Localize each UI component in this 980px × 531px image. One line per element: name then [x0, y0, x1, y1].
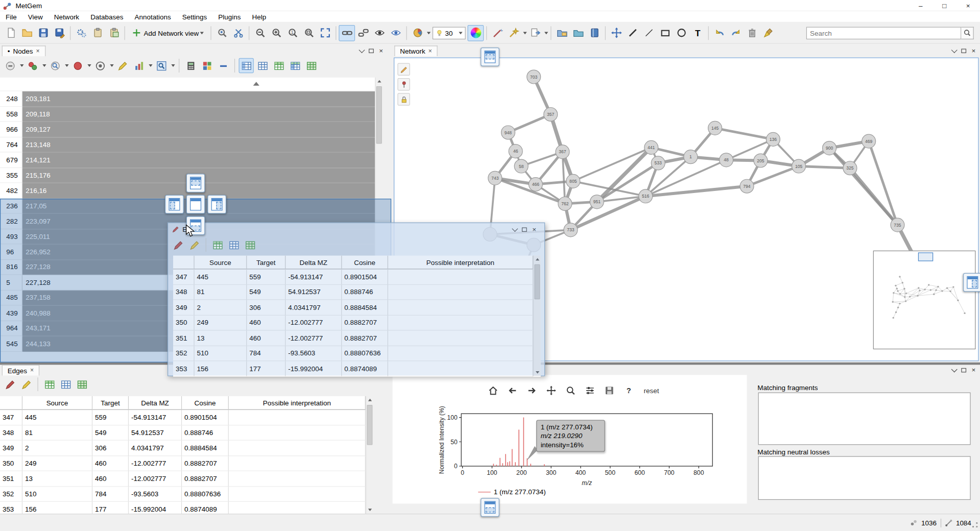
source-cell[interactable]: 510 — [22, 487, 92, 502]
row-number-cell[interactable]: 349 — [173, 300, 195, 315]
process-data-button[interactable] — [73, 25, 89, 41]
row-number-cell[interactable]: 352 — [0, 487, 22, 502]
node-id-cell[interactable]: 482 — [0, 183, 22, 199]
network-dock-float-icon[interactable] — [961, 49, 966, 53]
matching-fragments-box[interactable] — [758, 393, 971, 445]
row-number-cell[interactable]: 350 — [173, 315, 195, 330]
link-views-button[interactable] — [339, 25, 355, 41]
node-mz-cell[interactable]: 209,127 — [22, 122, 375, 137]
node-color-button[interactable] — [25, 58, 40, 73]
source-cell[interactable]: 2 — [195, 300, 247, 315]
cosine-cell[interactable]: 0.8874089 — [342, 361, 388, 376]
floating-dock-icon[interactable] — [521, 227, 527, 232]
menu-item-file[interactable]: File — [0, 12, 22, 22]
edges-tab-close-icon[interactable]: × — [30, 367, 34, 373]
view-node-button[interactable] — [47, 58, 62, 73]
row-number-cell[interactable]: 347 — [173, 269, 195, 284]
delta-mz-cell[interactable]: 4.0341797 — [129, 441, 182, 456]
undo-button[interactable] — [711, 25, 728, 41]
zoom-in-button[interactable] — [268, 25, 284, 41]
search-input[interactable] — [806, 27, 962, 39]
interpretation-cell[interactable] — [388, 269, 533, 284]
edges-table-row[interactable]: 3488154954.9125370.888746 — [173, 284, 541, 300]
node-mz-cell[interactable]: 203,181 — [22, 91, 375, 107]
delta-mz-cell[interactable]: 4.0341797 — [285, 300, 342, 315]
source-cell[interactable]: 445 — [195, 269, 247, 284]
floating-menu-icon[interactable] — [512, 225, 518, 231]
edges-table-row[interactable]: 35113460-12.0027770.8882707 — [173, 330, 541, 346]
column-header[interactable]: Delta MZ — [129, 396, 182, 410]
save-as-button[interactable] — [51, 25, 67, 41]
interpretation-cell[interactable] — [229, 425, 366, 441]
menu-item-network[interactable]: Network — [49, 12, 85, 22]
node-id-cell[interactable]: 764 — [0, 137, 22, 153]
import-group-mapping-button[interactable] — [106, 25, 122, 41]
network-dock-menu-icon[interactable] — [951, 46, 957, 53]
collapse-nodes-button[interactable] — [3, 58, 17, 73]
row-number-cell[interactable]: 348 — [173, 284, 195, 300]
interpretation-cell[interactable] — [229, 487, 366, 502]
node-id-cell[interactable]: 966 — [0, 122, 22, 137]
delta-mz-cell[interactable]: 54.912537 — [285, 284, 342, 300]
cosine-cell[interactable]: 0.8901504 — [182, 410, 229, 425]
delta-mz-cell[interactable]: -54.913147 — [129, 410, 182, 425]
floating-window-titlebar[interactable]: Edges × — [168, 223, 544, 235]
cosine-cell[interactable]: 0.8882707 — [342, 315, 388, 330]
menu-item-view[interactable]: View — [22, 12, 49, 22]
row-number-cell[interactable]: 351 — [0, 471, 22, 487]
pin-view-button[interactable] — [397, 78, 410, 90]
cosine-cell[interactable]: 0.8882707 — [182, 471, 229, 487]
menu-item-help[interactable]: Help — [247, 12, 272, 22]
node-select-button[interactable] — [92, 58, 107, 73]
new-project-button[interactable] — [3, 25, 19, 41]
edges-table-row[interactable]: 3488154954.9125370.888746 — [0, 425, 366, 441]
floating-close-icon[interactable]: × — [532, 226, 536, 233]
target-cell[interactable]: 306 — [247, 300, 285, 315]
target-cell[interactable]: 549 — [247, 284, 285, 300]
column-header[interactable]: Possible interpretation — [229, 396, 366, 410]
maximize-button[interactable]: □ — [933, 0, 957, 11]
cosine-cell[interactable]: 0.8874089 — [182, 502, 229, 514]
interpretation-cell[interactable] — [229, 410, 366, 425]
column-header[interactable]: Possible interpretation — [388, 256, 533, 270]
row-number-cell[interactable]: 352 — [173, 346, 195, 361]
column-header[interactable]: Cosine — [182, 396, 229, 410]
spectra-dock-float-icon[interactable] — [961, 368, 966, 372]
scroll-up-button[interactable] — [366, 396, 374, 404]
cosine-cell[interactable]: 0.8882707 — [342, 330, 388, 346]
open-project-button[interactable] — [19, 25, 35, 41]
link-selection-button[interactable] — [355, 25, 371, 41]
scroll-down-button[interactable] — [534, 369, 541, 376]
source-cell[interactable]: 13 — [195, 330, 247, 346]
edge-highlight-red-button[interactable] — [171, 237, 185, 252]
dock-indicator-screen-right[interactable] — [963, 273, 980, 292]
target-cell[interactable]: 460 — [92, 471, 129, 487]
chevron-down-icon[interactable] — [65, 64, 68, 67]
dock-indicator-right[interactable] — [207, 195, 226, 214]
source-cell[interactable]: 81 — [195, 284, 247, 300]
search-options-button[interactable] — [214, 25, 230, 41]
source-cell[interactable]: 249 — [195, 315, 247, 330]
nodes-table-row[interactable]: 558209,118 — [0, 107, 375, 122]
network-tab[interactable]: Network × — [394, 45, 438, 56]
interpretation-cell[interactable] — [388, 346, 533, 361]
row-number-cell[interactable]: 353 — [173, 361, 195, 376]
color-nodes-button[interactable] — [468, 25, 484, 41]
move-tool-button[interactable] — [608, 25, 625, 41]
cut-edges-button[interactable] — [230, 25, 246, 41]
delta-mz-cell[interactable]: -12.002777 — [129, 471, 182, 487]
node-id-cell[interactable]: 558 — [0, 107, 22, 122]
floating-table-scrollbar[interactable] — [533, 256, 541, 376]
floating-edges-window[interactable]: Edges × SourceTargetDelta MZCosinePossib… — [168, 223, 545, 376]
edges-table-full-button[interactable] — [243, 237, 257, 252]
thin-line-tool-button[interactable] — [641, 25, 657, 41]
edges-table-row[interactable]: 34923064.03417970.8884584 — [0, 441, 366, 456]
node-id-cell[interactable]: 355 — [0, 168, 22, 183]
row-number-cell[interactable]: 347 — [0, 410, 22, 425]
edges-table-scrollbar[interactable] — [366, 396, 373, 514]
scroll-up-button[interactable] — [534, 256, 541, 263]
menu-item-databases[interactable]: Databases — [85, 12, 129, 22]
cosine-cell[interactable]: 0.888746 — [182, 425, 229, 441]
line-tool-button[interactable] — [625, 25, 641, 41]
zoom-fit-button[interactable] — [301, 25, 317, 41]
